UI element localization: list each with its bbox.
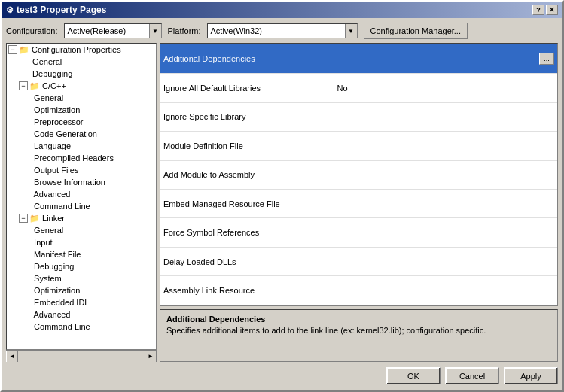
tree-label-debugging: Debugging bbox=[28, 69, 72, 78]
tree-item-linker-embedded[interactable]: Embedded IDL bbox=[7, 296, 156, 308]
bottom-buttons: OK Cancel Apply bbox=[6, 366, 558, 386]
tree-label-linker-general: General bbox=[29, 226, 63, 235]
table-row[interactable]: Ignore All Default Libraries No bbox=[160, 74, 557, 102]
tree-label-cpp: C/C++ bbox=[40, 81, 66, 90]
prop-name-module-def: Module Definition File bbox=[160, 132, 334, 160]
config-value: Active(Release) bbox=[65, 26, 149, 35]
tree-item-linker-input[interactable]: Input bbox=[7, 236, 156, 248]
prop-value-additional-deps[interactable]: ... bbox=[334, 44, 557, 74]
tree-item-linker-general[interactable]: General bbox=[7, 224, 156, 236]
right-panel: Additional Dependencies ... bbox=[160, 43, 558, 362]
prop-name-ignore-all: Ignore All Default Libraries bbox=[160, 74, 334, 102]
left-panel: − 📁 Configuration Properties General bbox=[6, 43, 157, 362]
tree-label-linker-input: Input bbox=[29, 238, 53, 247]
tree-label-cpp-general: General bbox=[29, 93, 63, 102]
tree-item-cpp-browse[interactable]: Browse Information bbox=[7, 176, 156, 188]
tree-item-cpp[interactable]: − 📁 C/C++ bbox=[7, 80, 156, 92]
help-button[interactable]: ? bbox=[532, 5, 544, 15]
h-scrollbar[interactable]: ◄ ► bbox=[6, 350, 157, 362]
config-combo[interactable]: Active(Release) ▼ bbox=[64, 23, 162, 38]
table-row[interactable]: Ignore Specific Library bbox=[160, 102, 557, 131]
prop-value-embed-managed bbox=[334, 189, 557, 217]
tree-item-cpp-precompiled[interactable]: Precompiled Headers bbox=[7, 152, 156, 164]
scroll-right-btn[interactable]: ► bbox=[145, 351, 157, 363]
description-title: Additional Dependencies bbox=[166, 315, 551, 324]
prop-input-additional-deps[interactable] bbox=[337, 53, 540, 65]
prop-value-ignore-specific bbox=[334, 102, 557, 131]
description-box: Additional Dependencies Specifies additi… bbox=[160, 309, 558, 362]
config-label: Configuration: bbox=[6, 26, 58, 35]
tree-item-linker-manifest[interactable]: Manifest File bbox=[7, 248, 156, 260]
prop-name-embed-managed: Embed Managed Resource File bbox=[160, 189, 334, 217]
tree-item-cpp-cmdline[interactable]: Command Line bbox=[7, 200, 156, 212]
tree-label-cpp-language: Language bbox=[29, 141, 71, 150]
tree-item-linker-cmdline[interactable]: Command Line bbox=[7, 321, 156, 333]
description-text: Specifies additional items to add to the… bbox=[166, 326, 551, 335]
prop-name-delay-loaded: Delay Loaded DLLs bbox=[160, 247, 334, 275]
platform-value: Active(Win32) bbox=[208, 26, 345, 35]
config-combo-arrow: ▼ bbox=[149, 24, 161, 38]
prop-value-add-module bbox=[334, 160, 557, 189]
tree-item-linker-advanced[interactable]: Advanced bbox=[7, 308, 156, 321]
ok-button[interactable]: OK bbox=[386, 367, 441, 384]
scroll-track-h bbox=[18, 351, 145, 362]
tree-item-cpp-output[interactable]: Output Files bbox=[7, 164, 156, 176]
tree-label-linker-cmdline: Command Line bbox=[29, 322, 90, 331]
tree-item-cpp-advanced[interactable]: Advanced bbox=[7, 188, 156, 200]
tree-item-cpp-language[interactable]: Language bbox=[7, 140, 156, 152]
browse-button[interactable]: ... bbox=[539, 53, 554, 65]
scroll-left-btn[interactable]: ◄ bbox=[6, 351, 18, 363]
folder-icon-linker: 📁 bbox=[29, 214, 40, 223]
prop-value-module-def bbox=[334, 132, 557, 160]
expand-config-props[interactable]: − bbox=[8, 45, 17, 54]
expand-linker[interactable]: − bbox=[19, 214, 28, 223]
table-row[interactable]: Embed Managed Resource File bbox=[160, 189, 557, 217]
tree-label-cpp-optimization: Optimization bbox=[29, 105, 80, 114]
tree-label-linker-embedded: Embedded IDL bbox=[29, 298, 90, 307]
prop-value-assembly-link bbox=[334, 276, 557, 305]
folder-icon-config-props: 📁 bbox=[19, 45, 29, 55]
tree-item-linker-system[interactable]: System bbox=[7, 272, 156, 284]
tree-item-linker-optimization[interactable]: Optimization bbox=[7, 284, 156, 296]
expand-cpp[interactable]: − bbox=[19, 81, 28, 90]
title-bar-left: ⚙ test3 Property Pages bbox=[6, 5, 106, 15]
prop-name-ignore-specific: Ignore Specific Library bbox=[160, 102, 334, 131]
close-button[interactable]: ✕ bbox=[546, 5, 558, 15]
tree-label-cpp-codegen: Code Generation bbox=[29, 129, 97, 138]
tree-label-cpp-preprocessor: Preprocessor bbox=[29, 117, 84, 126]
tree-item-cpp-codegen[interactable]: Code Generation bbox=[7, 128, 156, 140]
table-row[interactable]: Assembly Link Resource bbox=[160, 276, 557, 305]
tree-item-debugging[interactable]: Debugging bbox=[7, 68, 156, 80]
tree-item-cpp-preprocessor[interactable]: Preprocessor bbox=[7, 116, 156, 128]
tree-label-cpp-precompiled: Precompiled Headers bbox=[29, 153, 114, 163]
cancel-button[interactable]: Cancel bbox=[445, 367, 499, 384]
tree-item-config-props[interactable]: − 📁 Configuration Properties bbox=[7, 44, 156, 56]
tree-container[interactable]: − 📁 Configuration Properties General bbox=[6, 43, 157, 350]
prop-name-force-symbol: Force Symbol References bbox=[160, 218, 334, 247]
prop-value-delay-loaded bbox=[334, 247, 557, 275]
tree-item-cpp-general[interactable]: General bbox=[7, 92, 156, 104]
tree-item-linker[interactable]: − 📁 Linker bbox=[7, 212, 156, 224]
prop-name-assembly-link: Assembly Link Resource bbox=[160, 276, 334, 305]
window-body: Configuration: Active(Release) ▼ Platfor… bbox=[2, 18, 562, 390]
apply-button[interactable]: Apply bbox=[504, 367, 558, 384]
config-manager-button[interactable]: Configuration Manager... bbox=[364, 23, 468, 39]
title-bar-buttons: ? ✕ bbox=[532, 5, 558, 15]
table-row[interactable]: Additional Dependencies ... bbox=[160, 44, 557, 74]
title-bar: ⚙ test3 Property Pages ? ✕ bbox=[2, 2, 562, 18]
table-row[interactable]: Module Definition File bbox=[160, 132, 557, 160]
platform-combo[interactable]: Active(Win32) ▼ bbox=[207, 23, 358, 38]
tree-label-cpp-cmdline: Command Line bbox=[29, 202, 90, 211]
tree-item-cpp-optimization[interactable]: Optimization bbox=[7, 104, 156, 116]
tree-label-linker-manifest: Manifest File bbox=[29, 250, 81, 259]
table-row[interactable]: Add Module to Assembly bbox=[160, 160, 557, 189]
prop-value-force-symbol bbox=[334, 218, 557, 247]
tree-label-general: General bbox=[28, 57, 62, 66]
tree-item-linker-debug[interactable]: Debugging bbox=[7, 260, 156, 272]
window-title: test3 Property Pages bbox=[17, 5, 106, 15]
props-table-container: Additional Dependencies ... bbox=[160, 43, 558, 306]
table-row[interactable]: Force Symbol References bbox=[160, 218, 557, 247]
table-row[interactable]: Delay Loaded DLLs bbox=[160, 247, 557, 275]
tree-item-general[interactable]: General bbox=[7, 56, 156, 68]
main-panel: − 📁 Configuration Properties General bbox=[6, 43, 558, 362]
